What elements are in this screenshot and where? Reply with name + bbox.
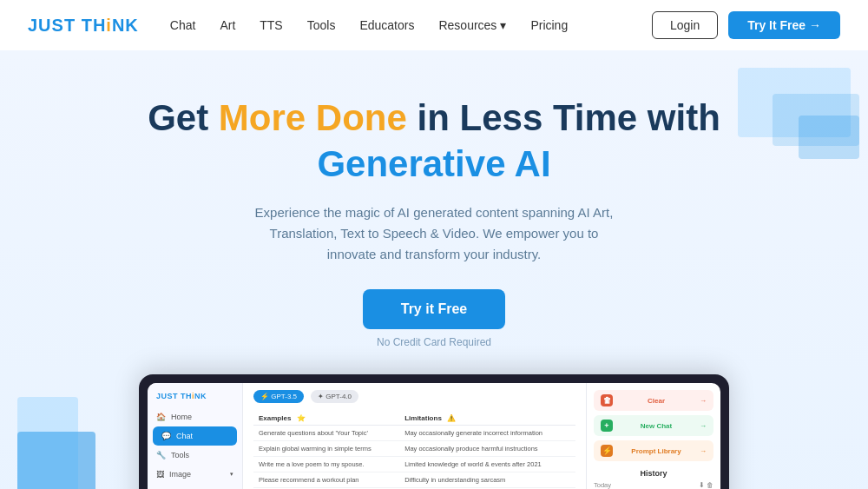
table-row: Generate questions about 'Your Topic'May… bbox=[253, 426, 575, 441]
mock-screen-wrapper: JUST THiNK 🏠 Home 💬 Chat 🔧 Tools 🖼 bbox=[35, 374, 833, 489]
clear-label: Clear bbox=[648, 397, 665, 405]
sidebar-image-label: Image bbox=[169, 470, 191, 479]
example-cell: Write me a love poem to my spouse. bbox=[253, 457, 399, 472]
home-icon: 🏠 bbox=[156, 413, 166, 421]
chat-icon: 💬 bbox=[161, 432, 171, 440]
star-icon: ⭐ bbox=[297, 414, 306, 422]
nav-art[interactable]: Art bbox=[220, 18, 235, 32]
sidebar-item-home[interactable]: 🏠 Home bbox=[148, 407, 242, 426]
deco-top-right bbox=[694, 68, 859, 184]
limitation-cell: May occasionally produce harmful instruc… bbox=[399, 441, 575, 457]
sidebar-item-audio[interactable]: 🎵 Audio ▾ bbox=[148, 484, 242, 489]
history-section: History Today ⬇ 🗑 Generate a week-long l… bbox=[594, 469, 713, 489]
hero-cta-button[interactable]: Try it Free bbox=[363, 289, 505, 329]
mock-right-panel: 🗑 Clear → + New Chat → ⚡ Prompt Library … bbox=[586, 383, 720, 489]
hero-subtitle: Experience the magic of AI generated con… bbox=[252, 202, 616, 265]
sidebar-item-chat[interactable]: 💬 Chat bbox=[153, 426, 237, 446]
logo[interactable]: JUST THiNK bbox=[28, 16, 139, 36]
history-actions: ⬇ 🗑 bbox=[699, 481, 713, 489]
warning-icon: ⚠️ bbox=[447, 414, 456, 422]
examples-table: Examples ⭐ Limitations ⚠️ Generate quest… bbox=[253, 412, 575, 488]
chevron-down-icon: ▾ bbox=[500, 18, 506, 32]
nav-resources[interactable]: Resources ▾ bbox=[438, 18, 506, 32]
login-button[interactable]: Login bbox=[652, 11, 718, 39]
model-tabs: ⚡ GPT-3.5 ✦ GPT-4.0 bbox=[253, 390, 575, 403]
prompt-library-button[interactable]: ⚡ Prompt Library → bbox=[594, 440, 713, 461]
prompt-label: Prompt Library bbox=[631, 447, 681, 455]
history-title: History bbox=[594, 469, 713, 478]
new-chat-button[interactable]: + New Chat → bbox=[594, 415, 713, 436]
hero-title-highlight: More Done bbox=[219, 97, 407, 138]
sidebar-item-image[interactable]: 🖼 Image ▾ bbox=[148, 465, 242, 484]
plus-icon: + bbox=[601, 420, 613, 432]
example-cell: Generate questions about 'Your Topic' bbox=[253, 426, 399, 441]
example-cell: Please recommend a workout plan bbox=[253, 472, 399, 488]
new-chat-label: New Chat bbox=[641, 422, 672, 430]
limitation-cell: May occasionally generate incorrect info… bbox=[399, 426, 575, 441]
history-today: Today ⬇ 🗑 bbox=[594, 481, 713, 489]
navbar: JUST THiNK Chat Art TTS Tools Educators … bbox=[0, 0, 868, 50]
nav-chat[interactable]: Chat bbox=[170, 18, 196, 32]
limitation-cell: Difficulty in understanding sarcasm bbox=[399, 472, 575, 488]
mock-inner: JUST THiNK 🏠 Home 💬 Chat 🔧 Tools 🖼 bbox=[148, 383, 720, 489]
svg-rect-4 bbox=[17, 397, 78, 489]
nav-actions: Login Try It Free → bbox=[652, 11, 840, 39]
mock-device: JUST THiNK 🏠 Home 💬 Chat 🔧 Tools 🖼 bbox=[139, 374, 729, 489]
hero-title-rest: in Less Time with bbox=[407, 97, 720, 138]
hero-title: Get More Done in Less Time with Generati… bbox=[148, 96, 720, 187]
nav-links: Chat Art TTS Tools Educators Resources ▾… bbox=[170, 18, 652, 32]
try-free-button[interactable]: Try It Free → bbox=[728, 11, 840, 39]
clear-button[interactable]: 🗑 Clear → bbox=[594, 390, 713, 411]
sidebar-home-label: Home bbox=[171, 413, 192, 421]
chevron-icon: ▾ bbox=[230, 471, 233, 478]
nav-pricing[interactable]: Pricing bbox=[530, 18, 568, 32]
limitation-cell: Limited knowledge of world & events afte… bbox=[399, 457, 575, 472]
col-examples-header: Examples ⭐ bbox=[253, 412, 399, 426]
hero-cta-note: No Credit Card Required bbox=[377, 336, 491, 348]
arrow-right-icon: → bbox=[700, 397, 707, 405]
prompt-icon: ⚡ bbox=[601, 445, 613, 457]
svg-rect-2 bbox=[799, 116, 859, 159]
table-row: Please recommend a workout planDifficult… bbox=[253, 472, 575, 488]
nav-tts[interactable]: TTS bbox=[260, 18, 282, 32]
mock-sidebar: JUST THiNK 🏠 Home 💬 Chat 🔧 Tools 🖼 bbox=[148, 383, 243, 489]
arrow-right-icon-3: → bbox=[700, 447, 707, 455]
nav-tools[interactable]: Tools bbox=[307, 18, 336, 32]
nav-educators[interactable]: Educators bbox=[359, 18, 414, 32]
sidebar-item-tools[interactable]: 🔧 Tools bbox=[148, 446, 242, 465]
table-row: Write me a love poem to my spouse.Limite… bbox=[253, 457, 575, 472]
col-limitations-header: Limitations ⚠️ bbox=[399, 412, 575, 426]
tools-icon: 🔧 bbox=[156, 451, 166, 459]
hero-section: Get More Done in Less Time with Generati… bbox=[0, 50, 868, 489]
example-cell: Explain global warming in simple terms bbox=[253, 441, 399, 457]
gpt35-tab[interactable]: ⚡ GPT-3.5 bbox=[253, 390, 304, 403]
clear-icon: 🗑 bbox=[601, 394, 613, 406]
hero-title-generative: Generative AI bbox=[317, 143, 550, 184]
hero-title-get: Get bbox=[148, 97, 219, 138]
deco-bottom-left bbox=[17, 371, 156, 489]
mock-main-content: ⚡ GPT-3.5 ✦ GPT-4.0 Examples ⭐ Limitatio… bbox=[243, 383, 586, 489]
arrow-right-icon-2: → bbox=[700, 422, 707, 430]
table-row: Explain global warming in simple termsMa… bbox=[253, 441, 575, 457]
gpt40-tab[interactable]: ✦ GPT-4.0 bbox=[311, 390, 358, 403]
sidebar-chat-label: Chat bbox=[176, 432, 193, 440]
sidebar-tools-label: Tools bbox=[171, 451, 189, 459]
image-icon: 🖼 bbox=[156, 470, 164, 479]
mock-logo: JUST THiNK bbox=[148, 392, 242, 407]
